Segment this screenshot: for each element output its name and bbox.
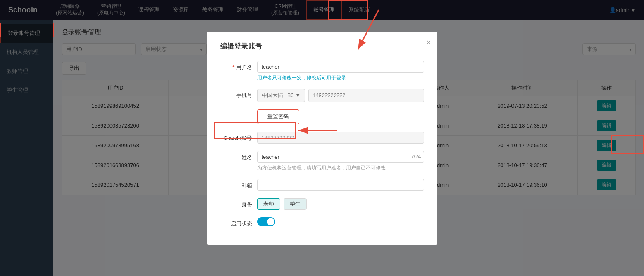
role-field: 老师 学生 — [257, 198, 424, 210]
reset-pw-row: 重置密码 — [220, 109, 424, 124]
name-label: 姓名 — [220, 151, 257, 161]
name-field: 7/24 为方便机构运营管理，请填写用户姓名，用户自己不可修改 — [257, 151, 424, 172]
phone-row: 手机号 中国大陆 +86 ▼ — [220, 89, 424, 102]
status-field — [257, 217, 424, 226]
role-tag-student[interactable]: 学生 — [284, 198, 307, 210]
username-field: 用户名只可修改一次，修改后可用于登录 — [257, 61, 424, 81]
modal-title: 编辑登录账号 — [220, 42, 424, 51]
username-label: 用户名 — [220, 61, 257, 71]
classin-field — [257, 132, 424, 144]
phone-field: 中国大陆 +86 ▼ — [257, 89, 424, 102]
name-count: 7/24 — [411, 154, 421, 160]
status-label: 启用状态 — [220, 217, 257, 227]
name-input-wrapper: 7/24 — [257, 151, 424, 163]
role-tag-teacher[interactable]: 老师 — [257, 198, 280, 210]
name-hint: 为方便机构运营管理，请填写用户姓名，用户自己不可修改 — [257, 165, 424, 172]
role-label: 身份 — [220, 198, 257, 209]
reset-pw-label-spacer — [220, 109, 257, 112]
username-input[interactable] — [257, 61, 424, 73]
reset-password-button[interactable]: 重置密码 — [257, 109, 299, 124]
username-hint: 用户名只可修改一次，修改后可用于登录 — [257, 74, 424, 81]
chevron-down-icon: ▼ — [295, 92, 300, 98]
email-field — [257, 179, 424, 191]
phone-input-row: 中国大陆 +86 ▼ — [257, 89, 424, 102]
modal-close-button[interactable]: × — [426, 38, 431, 47]
classin-row: ClassIn账号 — [220, 132, 424, 144]
status-row: 启用状态 — [220, 217, 424, 227]
classin-label: ClassIn账号 — [220, 132, 257, 142]
status-toggle[interactable] — [257, 217, 275, 226]
reset-pw-field: 重置密码 — [257, 109, 424, 124]
name-row: 姓名 7/24 为方便机构运营管理，请填写用户姓名，用户自己不可修改 — [220, 151, 424, 172]
email-input[interactable] — [257, 179, 424, 191]
phone-label: 手机号 — [220, 89, 257, 99]
name-input[interactable] — [257, 151, 424, 163]
classin-input — [257, 132, 424, 144]
phone-country-text: 中国大陆 +86 — [262, 92, 294, 99]
edit-modal: 编辑登录账号 × 用户名 用户名只可修改一次，修改后可用于登录 手机号 中国大陆… — [207, 32, 437, 245]
phone-country-selector[interactable]: 中国大陆 +86 ▼ — [257, 89, 305, 102]
email-label: 邮箱 — [220, 179, 257, 189]
role-tags: 老师 学生 — [257, 198, 424, 210]
role-row: 身份 老师 学生 — [220, 198, 424, 210]
phone-number-input[interactable] — [308, 89, 424, 102]
modal-overlay[interactable]: 编辑登录账号 × 用户名 用户名只可修改一次，修改后可用于登录 手机号 中国大陆… — [0, 0, 644, 276]
username-row: 用户名 用户名只可修改一次，修改后可用于登录 — [220, 61, 424, 81]
email-row: 邮箱 — [220, 179, 424, 191]
